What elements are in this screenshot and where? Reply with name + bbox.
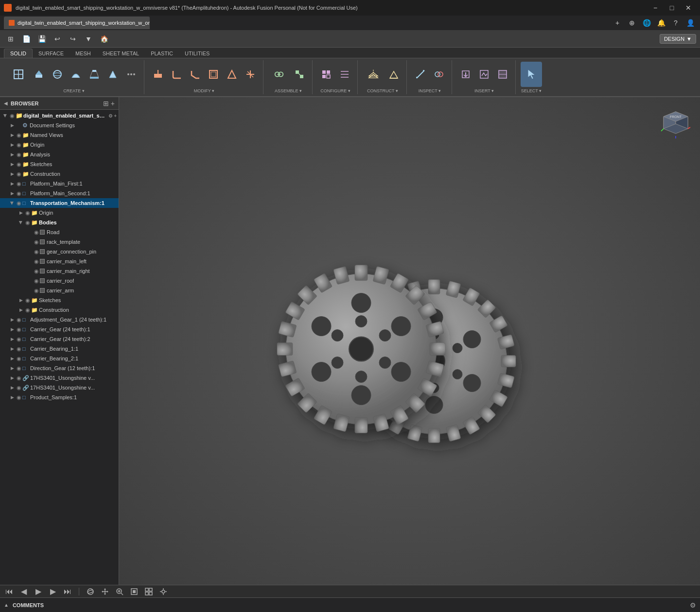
tree-item-tm-sketches[interactable]: ▶ ◉ 📁 Sketches (0, 295, 119, 305)
nav-last-button[interactable]: ⏭ (62, 586, 73, 597)
tree-item-document-settings[interactable]: ▶ ◉ ⚙ Document Settings (0, 120, 119, 130)
browser-collapse-icon[interactable]: ◀ (4, 101, 8, 106)
shell-button[interactable] (205, 64, 222, 85)
root-visibility[interactable]: ◉ (9, 112, 16, 119)
revolve-button[interactable] (49, 64, 66, 85)
tree-item-carrier-gear-2[interactable]: ▶ ◉ □ Carrier_Gear (24 teeth):2 (0, 334, 119, 344)
tab-plastic[interactable]: PLASTIC (145, 49, 179, 58)
sweep-button[interactable] (67, 64, 85, 85)
joint-button[interactable] (268, 62, 290, 87)
tree-item-product-samples[interactable]: ▶ ◉ □ Product_Samples:1 (0, 392, 119, 402)
notifications-button[interactable]: 🔔 (655, 17, 667, 29)
dg-visibility[interactable]: ◉ (16, 365, 22, 372)
more-create-button[interactable] (122, 64, 140, 85)
press-pull-button[interactable] (149, 64, 167, 85)
tree-item-direction-gear[interactable]: ▶ ◉ □ Direction_Gear (12 teeth):1 (0, 363, 119, 373)
ag-visibility[interactable]: ◉ (16, 316, 22, 323)
pmf-visibility[interactable]: ◉ (16, 180, 22, 187)
tree-item-17hs-1[interactable]: ▶ ◉ 🔗 17HS3401_Usongshine v... (0, 373, 119, 383)
tab-solid[interactable]: SOLID (4, 49, 33, 58)
as-built-joint-button[interactable] (291, 64, 308, 85)
save-button[interactable]: 💾 (35, 32, 49, 46)
offset-plane-button[interactable] (363, 62, 384, 87)
scale-button[interactable] (242, 64, 259, 85)
loft-button[interactable] (86, 64, 103, 85)
comments-settings-button[interactable]: ⚙ (690, 601, 696, 609)
viewport[interactable]: FRONT (119, 97, 700, 585)
tm-sketches-visibility[interactable]: ◉ (24, 297, 31, 304)
extrude-button[interactable] (30, 64, 48, 85)
ca-visibility[interactable]: ◉ (33, 287, 40, 294)
tree-item-carrier-roof[interactable]: ▶ ◉ carrier_roof (0, 276, 119, 286)
dropdown-button[interactable]: ▼ (82, 32, 95, 46)
tree-item-sketches-top[interactable]: ▶ ◉ 📁 Sketches (0, 159, 119, 169)
nav-play-button[interactable]: ▶ (33, 586, 44, 597)
origin-visibility[interactable]: ◉ (16, 141, 22, 148)
root-settings-icon[interactable]: ⚙ (108, 113, 113, 119)
fit-button[interactable] (129, 586, 140, 597)
tree-item-17hs-2[interactable]: ▶ ◉ 🔗 17HS3401_Usongshine v... (0, 383, 119, 392)
named-views-visibility[interactable]: ◉ (16, 132, 22, 138)
tree-item-bodies[interactable]: ▶ ◉ 📁 Bodies (0, 218, 119, 227)
rib-button[interactable] (104, 64, 122, 85)
tab-utilities[interactable]: UTILITIES (179, 49, 215, 58)
orbit-button[interactable] (85, 586, 96, 597)
tree-item-tm-origin[interactable]: ▶ ◉ 📁 Origin (0, 208, 119, 218)
display-settings-button[interactable] (158, 586, 169, 597)
interference-button[interactable] (430, 64, 448, 85)
tab-mesh[interactable]: MESH (70, 49, 97, 58)
draft-button[interactable] (223, 64, 241, 85)
new-component-button[interactable] (8, 62, 29, 87)
measure-button[interactable] (412, 64, 429, 85)
rack-visibility[interactable]: ◉ (33, 238, 40, 245)
tree-item-carrier-gear-1[interactable]: ▶ ◉ □ Carrier_Gear (24 teeth):1 (0, 324, 119, 334)
browser-action-button[interactable]: ⊕ (626, 17, 638, 29)
tree-item-transport-mech[interactable]: ▶ ◉ □ Transportation_Mechanism:1 (0, 198, 119, 208)
fillet-button[interactable] (168, 64, 185, 85)
new-tab-button[interactable]: + (612, 17, 623, 29)
cmr-visibility[interactable]: ◉ (33, 268, 40, 274)
browser-settings-button[interactable]: ⊞ (103, 100, 109, 107)
tree-item-adj-gear[interactable]: ▶ ◉ □ Adjustment_Gear_1 (24 teeth):1 (0, 315, 119, 324)
cb1-visibility[interactable]: ◉ (16, 345, 22, 352)
close-button[interactable]: ✕ (681, 3, 696, 13)
chamfer-button[interactable] (186, 64, 204, 85)
tree-item-carrier-main-left[interactable]: ▶ ◉ carrier_main_left (0, 256, 119, 266)
tree-item-rack-template[interactable]: ▶ ◉ rack_template (0, 237, 119, 247)
tree-item-road[interactable]: ▶ ◉ Road (0, 227, 119, 237)
tree-item-origin[interactable]: ▶ ◉ 📁 Origin (0, 140, 119, 150)
nav-prev-button[interactable]: ◀ (18, 586, 29, 597)
road-visibility[interactable]: ◉ (33, 229, 40, 236)
comments-expand-icon[interactable]: ▲ (4, 602, 9, 608)
browser-expand-button[interactable]: + (111, 100, 115, 107)
help-button[interactable]: ? (670, 17, 682, 29)
cg1-visibility[interactable]: ◉ (16, 326, 22, 333)
avatar-button[interactable]: 👤 (684, 17, 696, 29)
active-tab[interactable]: digital_twin_enabled_smart_shipping_work… (4, 17, 150, 29)
tree-item-carrier-bearing-2[interactable]: ▶ ◉ □ Carrier_Bearing_2:1 (0, 354, 119, 363)
17hs1-visibility[interactable]: ◉ (16, 374, 22, 381)
tree-item-gear-pin[interactable]: ▶ ◉ gear_connection_pin (0, 247, 119, 256)
canvas-button[interactable] (494, 64, 511, 85)
redo-button[interactable]: ↪ (66, 32, 80, 46)
tree-item-carrier-bearing-1[interactable]: ▶ ◉ □ Carrier_Bearing_1:1 (0, 344, 119, 354)
tree-item-analysis[interactable]: ▶ ◉ 📁 Analysis (0, 150, 119, 159)
zoom-button[interactable] (114, 586, 125, 597)
tab-surface[interactable]: SURFACE (33, 49, 70, 58)
tree-item-platform-main-second[interactable]: ▶ ◉ □ Platform_Main_Second:1 (0, 188, 119, 198)
decal-button[interactable] (475, 64, 493, 85)
pan-button[interactable] (100, 586, 110, 597)
maximize-button[interactable]: □ (664, 3, 680, 13)
tm-visibility[interactable]: ◉ (16, 200, 22, 206)
tree-item-construction-top[interactable]: ▶ ◉ 📁 Construction (0, 169, 119, 179)
select-button[interactable] (521, 62, 542, 87)
view-options-button[interactable] (143, 586, 154, 597)
pms-visibility[interactable]: ◉ (16, 190, 22, 197)
cml-visibility[interactable]: ◉ (33, 258, 40, 265)
online-button[interactable]: 🌐 (641, 17, 652, 29)
cg2-visibility[interactable]: ◉ (16, 336, 22, 342)
cb2-visibility[interactable]: ◉ (16, 355, 22, 362)
sketches-top-visibility[interactable]: ◉ (16, 161, 22, 168)
tree-item-carrier-arm[interactable]: ▶ ◉ carrier_arm (0, 286, 119, 295)
grid-button[interactable]: ⊞ (4, 32, 18, 46)
